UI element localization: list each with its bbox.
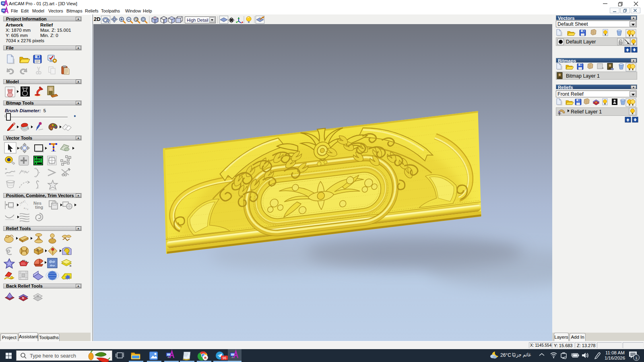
svg-text:t e x t: t e x t: [19, 200, 26, 205]
svg-text:ABC: ABC: [35, 158, 42, 162]
svg-text:ting: ting: [35, 205, 43, 210]
svg-text:b: b: [22, 296, 24, 300]
svg-text:a r c: a r c: [23, 207, 29, 211]
svg-text:1: 1: [635, 356, 637, 360]
svg-text:96: 96: [223, 356, 227, 360]
